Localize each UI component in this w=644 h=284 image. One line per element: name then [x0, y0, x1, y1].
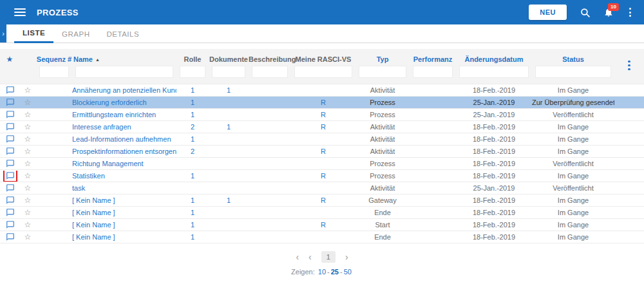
tab-liste[interactable]: LISTE: [14, 24, 53, 43]
column-header-rasci[interactable]: Meine RASCI-VS: [291, 55, 355, 63]
page-size-25[interactable]: 25: [331, 268, 339, 276]
favorite-star-icon[interactable]: ☆: [19, 233, 36, 241]
column-header-rolle[interactable]: Rolle: [176, 55, 209, 63]
favorite-star-icon[interactable]: ☆: [19, 196, 36, 204]
filter-rasci-input[interactable]: [294, 66, 352, 78]
column-header-aenderungsdatum[interactable]: Änderungsdatum: [456, 55, 532, 63]
comments-icon[interactable]: [5, 85, 16, 95]
table-row[interactable]: ☆ Ermittlungsteam einrichten 1 R Prozess…: [0, 109, 644, 121]
favorite-star-icon[interactable]: ☆: [19, 86, 36, 94]
filter-typ-input[interactable]: [359, 66, 406, 78]
comments-icon[interactable]: [5, 134, 16, 144]
table-row[interactable]: ☆ Prospektinformationen entsorgen 2 R Ak…: [0, 146, 644, 158]
cell-status: Im Gange: [532, 86, 614, 94]
favorite-star-icon[interactable]: ☆: [19, 184, 36, 192]
column-header-dokumente[interactable]: Dokumente: [209, 55, 249, 63]
favorite-star-icon[interactable]: ☆: [19, 111, 36, 118]
cell-aenderungsdatum: 18-Feb.-2019: [456, 172, 532, 180]
favorite-header-star-icon[interactable]: ★: [0, 55, 19, 64]
comments-icon[interactable]: [5, 109, 16, 120]
table-row[interactable]: ☆ Richtung Management Prozess 18-Feb.-20…: [0, 158, 644, 170]
row-name-link[interactable]: Blockierung erforderlich: [72, 99, 147, 106]
filter-aenderungsdatum-input[interactable]: [459, 66, 529, 78]
table-row[interactable]: ☆ Interesse anfragen 2 1 R Aktivität 18-…: [0, 121, 644, 133]
app-bar: PROZESS NEU 10: [0, 0, 644, 24]
cell-typ: Start: [355, 221, 410, 229]
next-page-icon[interactable]: ›: [345, 252, 348, 261]
favorite-star-icon[interactable]: ☆: [19, 160, 36, 167]
comments-icon[interactable]: [5, 207, 16, 218]
comments-icon[interactable]: [5, 195, 16, 205]
filter-name-input[interactable]: [75, 66, 173, 78]
row-name-link[interactable]: task: [72, 184, 85, 192]
row-name-link[interactable]: Interesse anfragen: [72, 123, 131, 131]
search-icon[interactable]: [580, 7, 591, 18]
overflow-menu-icon[interactable]: [627, 6, 634, 18]
favorite-star-icon[interactable]: ☆: [19, 172, 36, 180]
table-row[interactable]: ☆ Statistiken 1 R Prozess 18-Feb.-2019 I…: [0, 170, 644, 182]
comments-icon[interactable]: [5, 146, 16, 156]
column-header-performanz[interactable]: Performanz: [410, 55, 456, 63]
comments-icon[interactable]: [5, 122, 16, 132]
table-row[interactable]: ☆ [ Kein Name ] 1 Ende 18-Feb.-2019 Im G…: [0, 207, 644, 219]
new-button[interactable]: NEU: [529, 5, 567, 20]
sidebar-expand-icon[interactable]: ›: [0, 24, 6, 43]
table-row[interactable]: ☆ Blockierung erforderlich 1 R Prozess 2…: [0, 97, 644, 109]
cell-status: Im Gange: [532, 196, 614, 204]
filter-performanz-input[interactable]: [413, 66, 453, 78]
comments-icon[interactable]: [5, 232, 16, 242]
table-row[interactable]: ☆ task Aktivität 25-Jan.-2019 Veröffentl…: [0, 182, 644, 194]
comments-icon[interactable]: [5, 220, 16, 230]
previous-page-icon[interactable]: ‹: [308, 252, 312, 261]
favorite-star-icon[interactable]: ☆: [19, 135, 36, 143]
favorite-star-icon[interactable]: ☆: [19, 147, 36, 155]
row-name-link[interactable]: Lead-Informationen aufnehmen: [72, 135, 171, 143]
favorite-star-icon[interactable]: ☆: [19, 209, 36, 216]
row-name-link[interactable]: Prospektinformationen entsorgen: [72, 147, 176, 155]
tab-graph[interactable]: GRAPH: [53, 24, 98, 43]
page-title: PROZESS: [37, 8, 79, 17]
filter-dokumente-input[interactable]: [212, 66, 245, 78]
table-row[interactable]: ☆ [ Kein Name ] 1 R Start 18-Feb.-2019 I…: [0, 219, 644, 231]
row-name-link[interactable]: [ Kein Name ]: [72, 221, 115, 229]
first-page-icon[interactable]: ‹: [296, 252, 299, 261]
page-size-10[interactable]: 10: [318, 268, 326, 276]
page-size-selector: Zeigen: 10-25-50: [0, 268, 644, 276]
row-name-link[interactable]: Annäherung an potenziellen Kunden: [72, 86, 176, 94]
favorite-star-icon[interactable]: ☆: [19, 221, 36, 229]
column-options-icon[interactable]: [614, 61, 644, 71]
column-header-name[interactable]: Name▲: [72, 55, 176, 63]
row-name-link[interactable]: [ Kein Name ]: [72, 196, 115, 204]
notifications-bell-icon[interactable]: 10: [603, 7, 614, 17]
column-header-typ[interactable]: Typ: [355, 55, 410, 63]
favorite-star-icon[interactable]: ☆: [19, 99, 36, 106]
favorite-star-icon[interactable]: ☆: [19, 123, 36, 131]
cell-typ: Aktivität: [355, 86, 410, 94]
table-row[interactable]: ☆ Lead-Informationen aufnehmen 1 Aktivit…: [0, 133, 644, 146]
column-header-status[interactable]: Status: [532, 55, 614, 63]
filter-rolle-input[interactable]: [180, 66, 205, 78]
filter-status-input[interactable]: [535, 66, 611, 78]
menu-icon[interactable]: [14, 8, 26, 16]
row-name-link[interactable]: Richtung Management: [72, 160, 144, 167]
comments-icon[interactable]: [5, 171, 16, 181]
filter-sequenz-input[interactable]: [39, 66, 69, 78]
table-row[interactable]: ☆ [ Kein Name ] 1 Ende 18-Feb.-2019 Im G…: [0, 231, 644, 243]
cell-aenderungsdatum: 18-Feb.-2019: [456, 196, 532, 204]
comments-icon[interactable]: [5, 158, 16, 169]
comments-icon[interactable]: [5, 97, 16, 108]
table-row[interactable]: ☆ [ Kein Name ] 1 1 R Gateway 18-Feb.-20…: [0, 194, 644, 207]
comments-icon[interactable]: [5, 183, 16, 193]
column-header-beschreibung[interactable]: Beschreibung: [249, 55, 291, 63]
table-row[interactable]: ☆ Annäherung an potenziellen Kunden 1 1 …: [0, 84, 644, 97]
current-page[interactable]: 1: [321, 251, 336, 263]
row-name-link[interactable]: [ Kein Name ]: [72, 233, 115, 241]
tab-details[interactable]: DETAILS: [99, 24, 148, 43]
column-header-sequenz[interactable]: Sequenz #: [36, 55, 72, 63]
row-name-link[interactable]: Ermittlungsteam einrichten: [72, 111, 156, 118]
filter-beschreibung-input[interactable]: [252, 66, 288, 78]
cell-typ: Prozess: [355, 111, 410, 118]
row-name-link[interactable]: Statistiken: [72, 172, 105, 180]
row-name-link[interactable]: [ Kein Name ]: [72, 209, 115, 216]
page-size-50[interactable]: 50: [344, 268, 352, 276]
